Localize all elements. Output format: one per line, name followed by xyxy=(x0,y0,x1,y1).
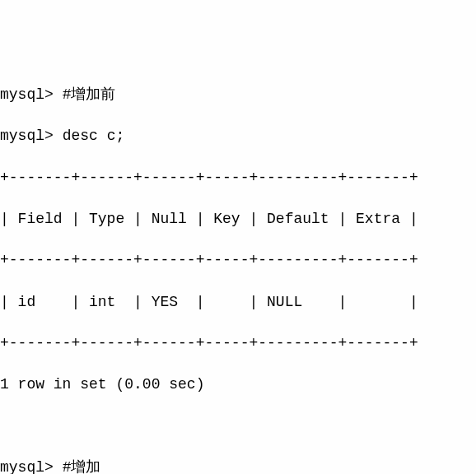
command-text: desc c; xyxy=(63,128,125,144)
result-footer: 1 row in set (0.00 sec) xyxy=(0,374,476,395)
comment-text: #增加 xyxy=(63,459,101,474)
terminal-line: mysql> desc c; xyxy=(0,126,476,146)
table-border: +-------+------+------+-----+---------+-… xyxy=(0,168,476,188)
table-header-row: | Field | Type | Null | Key | Default | … xyxy=(0,209,476,230)
comment-text: #增加前 xyxy=(63,86,116,103)
table-border: +-------+------+------+-----+---------+-… xyxy=(0,333,476,354)
prompt: mysql> xyxy=(0,86,63,103)
prompt: mysql> xyxy=(0,128,63,144)
table-border: +-------+------+------+-----+---------+-… xyxy=(0,250,476,271)
terminal-line: mysql> #增加 xyxy=(0,458,476,474)
blank-line xyxy=(0,416,476,437)
prompt: mysql> xyxy=(0,459,63,474)
table-row: | id | int | YES | | NULL | | xyxy=(0,292,476,313)
terminal-line: mysql> #增加前 xyxy=(0,85,476,105)
